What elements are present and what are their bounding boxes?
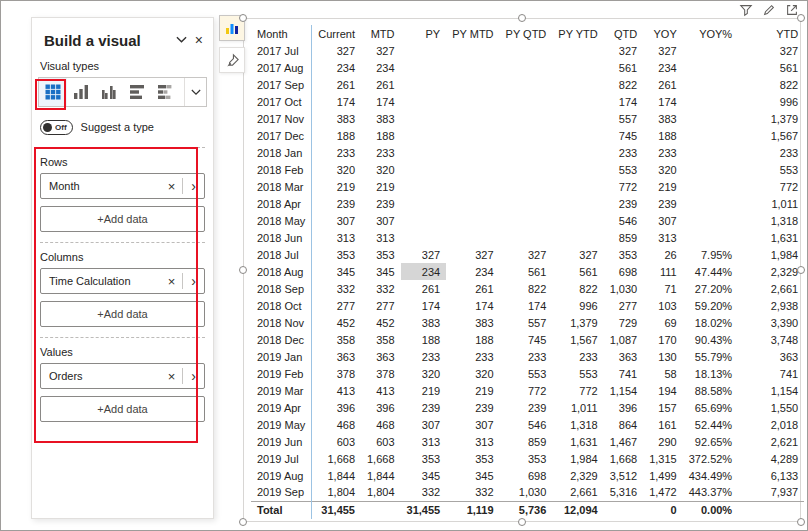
table-cell[interactable]: 290 [643, 433, 683, 450]
table-cell[interactable]: 698 [500, 467, 553, 484]
table-cell[interactable]: 327 [401, 246, 447, 263]
total-cell[interactable]: 0.00% [683, 501, 738, 519]
close-pane-icon[interactable]: × [195, 33, 203, 47]
table-cell[interactable]: 372.52% [683, 450, 738, 467]
table-cell[interactable]: 1,668 [312, 450, 361, 467]
table-cell[interactable]: 3,748 [738, 331, 804, 348]
table-cell[interactable]: 174 [604, 93, 644, 110]
table-cell[interactable] [552, 59, 603, 76]
table-cell[interactable] [683, 76, 738, 93]
table-cell[interactable]: 234 [361, 59, 401, 76]
table-cell[interactable]: 557 [604, 110, 644, 127]
table-cell[interactable]: 174 [401, 297, 447, 314]
table-cell[interactable] [446, 229, 499, 246]
resize-handle-top-left[interactable] [239, 14, 247, 22]
row-header-cell[interactable]: 2017 Aug [251, 59, 312, 76]
table-cell[interactable]: 234 [312, 59, 361, 76]
table-cell[interactable]: 1,318 [738, 212, 804, 229]
table-cell[interactable] [401, 59, 447, 76]
column-header[interactable]: PY QTD [500, 25, 553, 42]
row-header-cell[interactable]: 2019 Aug [251, 467, 312, 484]
table-cell[interactable]: 219 [361, 178, 401, 195]
table-cell[interactable]: 55.79% [683, 348, 738, 365]
table-cell[interactable]: 1,379 [552, 314, 603, 331]
table-cell[interactable]: 174 [500, 297, 553, 314]
row-header-cell[interactable]: 2018 Apr [251, 195, 312, 212]
table-cell[interactable]: 261 [312, 76, 361, 93]
row-header-cell[interactable]: 2019 Jul [251, 450, 312, 467]
table-cell[interactable]: 452 [312, 314, 361, 331]
column-header[interactable]: QTD [604, 25, 644, 42]
table-cell[interactable] [446, 144, 499, 161]
table-cell[interactable]: 18.13% [683, 365, 738, 382]
table-cell[interactable]: 313 [312, 229, 361, 246]
table-cell[interactable]: 1,011 [738, 195, 804, 212]
row-header-cell[interactable]: 2019 Feb [251, 365, 312, 382]
table-cell[interactable] [446, 59, 499, 76]
table-cell[interactable]: 3,390 [738, 314, 804, 331]
column-header[interactable]: Month [251, 25, 312, 42]
table-cell[interactable] [446, 93, 499, 110]
table-cell[interactable]: 234 [401, 263, 447, 280]
table-cell[interactable]: 88.58% [683, 382, 738, 399]
table-cell[interactable] [446, 42, 499, 59]
table-cell[interactable]: 561 [738, 59, 804, 76]
table-cell[interactable]: 864 [604, 416, 644, 433]
table-cell[interactable]: 603 [361, 433, 401, 450]
table-cell[interactable]: 233 [401, 348, 447, 365]
table-cell[interactable]: 378 [361, 365, 401, 382]
table-cell[interactable]: 239 [312, 195, 361, 212]
table-cell[interactable]: 561 [552, 263, 603, 280]
table-cell[interactable]: 277 [361, 297, 401, 314]
row-header-cell[interactable]: 2019 Apr [251, 399, 312, 416]
table-cell[interactable] [552, 110, 603, 127]
table-cell[interactable]: 3,512 [604, 467, 644, 484]
row-header-cell[interactable]: 2018 Oct [251, 297, 312, 314]
table-cell[interactable] [500, 161, 553, 178]
table-cell[interactable]: 239 [604, 195, 644, 212]
remove-field-icon[interactable]: × [161, 179, 183, 194]
table-cell[interactable]: 320 [401, 365, 447, 382]
rows-add-data-button[interactable]: +Add data [40, 206, 205, 232]
table-cell[interactable]: 1,668 [604, 450, 644, 467]
table-cell[interactable]: 1,804 [312, 484, 361, 501]
table-cell[interactable]: 332 [312, 280, 361, 297]
table-cell[interactable]: 546 [604, 212, 644, 229]
table-cell[interactable]: 353 [500, 450, 553, 467]
table-cell[interactable]: 219 [446, 382, 499, 399]
table-cell[interactable]: 327 [361, 42, 401, 59]
table-cell[interactable] [552, 178, 603, 195]
row-header-cell[interactable]: 2018 Aug [251, 263, 312, 280]
total-row-header[interactable]: Total [251, 501, 312, 519]
table-cell[interactable]: 859 [604, 229, 644, 246]
table-cell[interactable] [500, 178, 553, 195]
table-cell[interactable]: 383 [446, 314, 499, 331]
row-header-cell[interactable]: 2017 Dec [251, 127, 312, 144]
table-cell[interactable]: 383 [361, 110, 401, 127]
columns-add-data-button[interactable]: +Add data [40, 301, 205, 327]
total-cell[interactable]: 31,455 [312, 501, 361, 519]
table-cell[interactable] [401, 76, 447, 93]
table-cell[interactable]: 320 [643, 161, 683, 178]
table-cell[interactable]: 170 [643, 331, 683, 348]
table-cell[interactable]: 327 [643, 42, 683, 59]
table-cell[interactable]: 1,567 [552, 331, 603, 348]
column-header[interactable]: PY YTD [552, 25, 603, 42]
table-cell[interactable]: 345 [312, 263, 361, 280]
table-cell[interactable]: 434.49% [683, 467, 738, 484]
table-cell[interactable]: 327 [446, 246, 499, 263]
table-cell[interactable] [552, 42, 603, 59]
table-cell[interactable]: 1,379 [738, 110, 804, 127]
table-cell[interactable]: 233 [500, 348, 553, 365]
table-cell[interactable]: 1,467 [604, 433, 644, 450]
table-cell[interactable]: 553 [552, 365, 603, 382]
row-header-cell[interactable]: 2019 Jun [251, 433, 312, 450]
table-cell[interactable]: 1,844 [361, 467, 401, 484]
resize-handle-bottom-left[interactable] [239, 518, 247, 526]
table-cell[interactable]: 307 [312, 212, 361, 229]
table-cell[interactable] [401, 212, 447, 229]
table-cell[interactable] [401, 93, 447, 110]
table-cell[interactable] [401, 229, 447, 246]
table-cell[interactable]: 1,315 [643, 450, 683, 467]
table-cell[interactable]: 859 [500, 433, 553, 450]
